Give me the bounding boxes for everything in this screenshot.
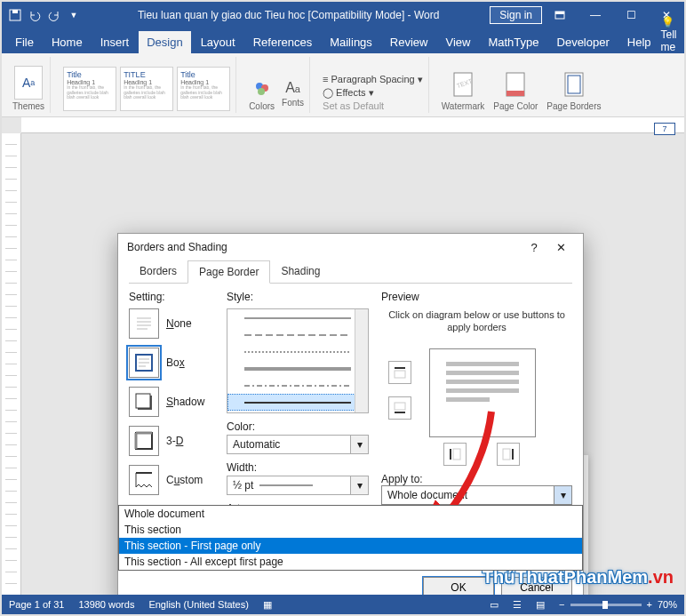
setting-shadow[interactable]: Shadow [129,387,214,417]
effects-button[interactable]: ◯ Effects ▾ [323,87,374,99]
setting-none[interactable]: None [129,308,214,339]
scrollbar[interactable] [355,309,368,412]
borders-shading-dialog: Borders and Shading ? ✕ Borders Page Bor… [117,233,584,595]
preview-hint: Click on diagram below or use buttons to… [381,308,572,334]
fonts-button[interactable]: AaFonts [282,80,304,111]
dialog-footer: OK Cancel [423,577,572,595]
view-print-icon[interactable]: ☰ [513,599,522,611]
zoom-out-icon[interactable]: − [559,599,564,610]
tab-file[interactable]: File [7,31,42,53]
ruler-collapse-badge[interactable]: 7 [654,123,675,135]
sign-in-button[interactable]: Sign in [490,6,542,24]
accessibility-icon[interactable]: ▦ [263,599,272,611]
setting-custom[interactable]: Custom [129,465,214,495]
help-icon[interactable]: ? [521,241,547,254]
apply-to-group: Apply to: Whole document ▾ Whole documen… [381,473,572,505]
border-right-button[interactable] [497,443,520,466]
effects-group: ≡ Paragraph Spacing ▾ ◯ Effects ▾ Set as… [317,57,429,113]
svg-rect-36 [395,367,405,369]
view-web-icon[interactable]: ▤ [536,599,545,611]
style-set-card[interactable]: TITLEHeading 1In the front tab, the gall… [120,67,173,111]
preview-area [381,343,572,468]
tab-design[interactable]: Design [139,31,190,53]
document-formatting-group: TitleHeading 1In the front tab, the gall… [58,57,236,113]
close-icon[interactable]: ✕ [547,241,574,254]
themes-icon[interactable]: Aa [14,66,43,100]
box-icon [129,348,159,378]
svg-rect-42 [503,449,510,460]
color-combo[interactable]: Automatic▾ [227,435,369,454]
page-color-button[interactable]: Page Color [493,71,538,111]
tab-help[interactable]: Help [619,31,659,53]
tab-page-border[interactable]: Page Border [187,260,270,284]
tell-me[interactable]: 💡 Tell me [661,16,677,53]
set-default-button[interactable]: Set as Default [323,100,384,111]
colors-button[interactable]: Colors [249,80,275,111]
setting-box[interactable]: Box [129,348,214,378]
preview-page[interactable] [429,348,536,437]
preview-column: Preview Click on diagram below or use bu… [381,291,572,564]
setting-3d[interactable]: 3-D [129,426,214,456]
paragraph-spacing-button[interactable]: ≡ Paragraph Spacing ▾ [323,74,423,85]
language-status[interactable]: English (United States) [148,599,249,610]
border-bottom-button[interactable] [388,396,411,420]
tab-layout[interactable]: Layout [193,31,243,53]
style-set-card[interactable]: TitleHeading 1In the front tab, the gall… [177,67,230,111]
watermark-button[interactable]: TEXTWatermark [442,71,485,111]
svg-rect-22 [136,394,150,408]
minimize-icon[interactable]: — [578,2,613,28]
svg-rect-37 [395,371,405,378]
apply-option[interactable]: This section - First page only [119,538,582,554]
zoom-value[interactable]: 70% [658,599,677,610]
svg-rect-38 [395,403,405,410]
dialog-tabs: Borders Page Border Shading [129,260,572,284]
chevron-down-icon: ▾ [554,486,571,504]
colors-fonts-group: Colors AaFonts [243,57,310,113]
apply-to-label: Apply to: [381,473,572,485]
redo-icon[interactable] [46,7,62,23]
vertical-ruler[interactable] [2,133,21,595]
apply-to-dropdown[interactable]: Whole document This section This section… [118,505,583,571]
document-area: 7 - học ; đổi mới quản lý giáo dục tạo c… [2,117,684,595]
tab-home[interactable]: Home [44,31,91,53]
horizontal-ruler[interactable]: 7 [21,117,684,133]
dialog-titlebar[interactable]: Borders and Shading ? ✕ [118,234,583,260]
style-label: Style: [227,291,369,303]
border-left-button[interactable] [443,443,467,466]
tab-borders[interactable]: Borders [129,260,187,283]
tab-mathtype[interactable]: MathType [480,31,546,53]
apply-option[interactable]: This section [119,522,582,538]
tab-view[interactable]: View [437,31,478,53]
tab-insert[interactable]: Insert [92,31,138,53]
page-borders-button[interactable]: Page Borders [546,71,601,111]
cancel-button[interactable]: Cancel [501,577,572,595]
document-title: Tieu luan quan ly giao duc Tieu hoc [Com… [87,9,490,21]
tab-developer[interactable]: Developer [549,31,618,53]
zoom-in-icon[interactable]: + [647,599,652,610]
apply-option[interactable]: This section - All except first page [119,554,582,570]
zoom-control[interactable]: − + 70% [559,599,677,610]
save-icon[interactable] [7,7,23,23]
width-combo[interactable]: ½ pt ▾ [227,476,369,495]
style-list[interactable] [227,308,369,413]
undo-icon[interactable] [27,7,43,23]
chevron-down-icon: ▾ [351,476,369,495]
zoom-slider[interactable] [570,604,642,606]
page-status[interactable]: Page 1 of 31 [9,599,64,610]
tab-references[interactable]: References [245,31,320,53]
ok-button[interactable]: OK [423,577,494,595]
view-read-icon[interactable]: ▭ [490,599,499,611]
apply-to-combo[interactable]: Whole document ▾ [381,485,572,505]
tab-review[interactable]: Review [382,31,436,53]
qat-dropdown-icon[interactable]: ▼ [66,7,82,23]
border-top-button[interactable] [388,361,411,384]
apply-option[interactable]: Whole document [119,506,582,522]
style-set-card[interactable]: TitleHeading 1In the front tab, the gall… [63,67,116,111]
chevron-down-icon: ▾ [351,435,369,454]
svg-rect-43 [512,449,514,460]
word-count[interactable]: 13980 words [78,599,134,610]
maximize-icon[interactable]: ☐ [613,2,649,28]
ribbon-display-icon[interactable] [542,2,578,28]
tab-mailings[interactable]: Mailings [322,31,380,53]
tab-shading[interactable]: Shading [270,260,331,283]
